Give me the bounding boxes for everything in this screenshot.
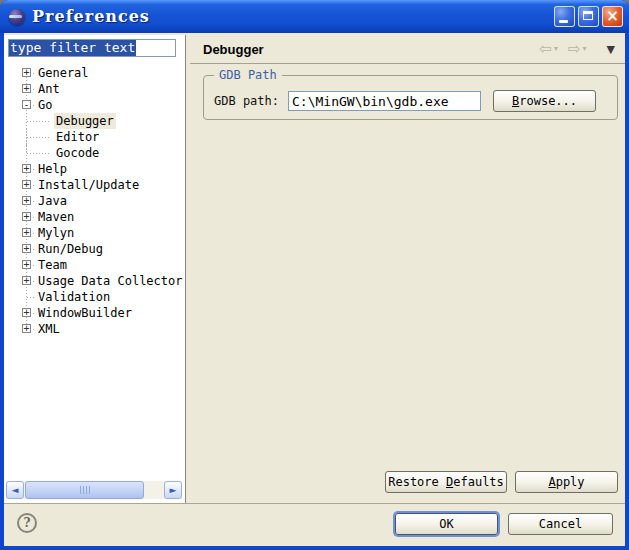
cancel-button[interactable]: Cancel (508, 513, 613, 535)
page-navigation: ⇦ ▾ ⇨ ▾ ▼ (539, 42, 615, 57)
scroll-left-icon: ◄ (12, 486, 19, 495)
tree-item-run-debug[interactable]: + Run/Debug (4, 241, 184, 257)
tree-item-label: Mylyn (36, 225, 76, 241)
tree-item-label: Editor (54, 129, 101, 145)
gdb-path-label: GDB path: (214, 94, 279, 108)
tree-expander-icon[interactable]: + (22, 84, 31, 93)
maximize-button[interactable] (578, 6, 599, 27)
window-title: Preferences (32, 7, 150, 26)
page-title: Debugger (203, 42, 264, 57)
tree-expander-icon[interactable]: + (22, 180, 31, 189)
tree-item-label: Help (36, 161, 69, 177)
browse-button[interactable]: Browse... (493, 90, 596, 112)
minimize-button[interactable] (554, 6, 575, 27)
tree-item-label: XML (36, 321, 62, 337)
maximize-icon (583, 11, 593, 20)
tree-item-windowbuilder[interactable]: + WindowBuilder (4, 305, 184, 321)
tree-item-editor[interactable]: Editor (4, 129, 184, 145)
tree-item-maven[interactable]: + Maven (4, 209, 184, 225)
dialog-buttons: OK Cancel (395, 513, 613, 535)
tree-item-label: Go (36, 97, 54, 113)
title-bar[interactable]: Preferences × (0, 0, 629, 33)
filter-input[interactable]: type filter text (8, 39, 176, 57)
dialog-button-bar: ? OK Cancel (4, 503, 625, 546)
tree-expander-icon[interactable]: + (22, 196, 31, 205)
gdb-path-group: GDB Path GDB path: Browse... (203, 75, 618, 120)
help-button[interactable]: ? (17, 513, 37, 533)
restore-defaults-button[interactable]: Restore Defaults (385, 471, 507, 493)
scroll-right-icon: ► (170, 486, 177, 495)
tree-item-label: Debugger (54, 113, 116, 129)
tree-item-general[interactable]: + General (4, 65, 184, 81)
gdb-path-input[interactable] (288, 91, 481, 111)
tree-item-label: WindowBuilder (36, 305, 134, 321)
apply-button[interactable]: Apply (515, 471, 618, 493)
tree-item-xml[interactable]: + XML (4, 321, 184, 337)
tree-item-label: Gocode (54, 145, 101, 161)
gdb-path-row: GDB path: Browse... (214, 90, 611, 112)
preferences-dialog: Preferences × type filter text + General… (0, 0, 629, 550)
tree-item-label: Run/Debug (36, 241, 105, 257)
tree-item-mylyn[interactable]: + Mylyn (4, 225, 184, 241)
tree-item-label: Team (36, 257, 69, 273)
tree-expander-icon[interactable]: + (22, 164, 31, 173)
filter-input-text: type filter text (9, 40, 136, 56)
dialog-body: type filter text + General + Ant - Go De… (4, 33, 625, 546)
tree-item-label: Maven (36, 209, 76, 225)
tree-item-ant[interactable]: + Ant (4, 81, 184, 97)
tree-expander-icon[interactable]: + (22, 68, 31, 77)
back-arrow-icon[interactable]: ⇦ (539, 42, 552, 57)
window-controls: × (554, 6, 623, 27)
view-menu-icon[interactable]: ▼ (607, 44, 615, 55)
tree-expander-icon[interactable]: + (22, 324, 31, 333)
ok-button[interactable]: OK (395, 513, 498, 535)
eclipse-app-icon (9, 9, 25, 25)
tree-item-go[interactable]: - Go (4, 97, 184, 113)
tree-item-label: Java (36, 193, 69, 209)
scroll-left-button[interactable]: ◄ (6, 481, 24, 499)
tree-item-label: General (36, 65, 91, 81)
tree-item-install-update[interactable]: + Install/Update (4, 177, 184, 193)
tree-horizontal-scrollbar[interactable]: ◄ ► (6, 481, 182, 499)
preferences-tree: + General + Ant - Go Debugger Editor Goc… (4, 65, 184, 337)
forward-dropdown-icon[interactable]: ▾ (583, 45, 587, 53)
scrollbar-thumb[interactable] (25, 481, 144, 499)
tree-expander-icon[interactable]: - (22, 100, 31, 109)
preferences-sidebar: type filter text + General + Ant - Go De… (4, 35, 186, 503)
page-buttons: Restore Defaults Apply (385, 471, 618, 493)
tree-item-team[interactable]: + Team (4, 257, 184, 273)
tree-item-usage-data-collector[interactable]: + Usage Data Collector (4, 273, 184, 289)
help-icon: ? (23, 516, 30, 530)
tree-item-label: Validation (36, 289, 112, 305)
forward-arrow-icon[interactable]: ⇨ (568, 42, 581, 57)
tree-item-debugger[interactable]: Debugger (4, 113, 184, 129)
tree-expander-icon[interactable]: + (22, 212, 31, 221)
page-header: Debugger ⇦ ▾ ⇨ ▾ ▼ (190, 35, 625, 64)
tree-item-java[interactable]: + Java (4, 193, 184, 209)
tree-item-label: Install/Update (36, 177, 141, 193)
scroll-right-button[interactable]: ► (164, 481, 182, 499)
minimize-icon (559, 20, 568, 23)
tree-item-label: Ant (36, 81, 62, 97)
back-dropdown-icon[interactable]: ▾ (554, 45, 558, 53)
tree-item-gocode[interactable]: Gocode (4, 145, 184, 161)
tree-expander-icon[interactable]: + (22, 244, 31, 253)
tree-expander-icon[interactable]: + (22, 260, 31, 269)
tree-item-validation[interactable]: Validation (4, 289, 184, 305)
tree-item-label: Usage Data Collector (36, 273, 185, 289)
close-button[interactable]: × (602, 6, 623, 27)
close-icon: × (603, 7, 622, 26)
tree-expander-icon[interactable]: + (22, 228, 31, 237)
group-title: GDB Path (214, 68, 282, 82)
preferences-page: Debugger ⇦ ▾ ⇨ ▾ ▼ GDB Path GDB path: Br… (190, 35, 625, 503)
tree-item-help[interactable]: + Help (4, 161, 184, 177)
tree-expander-icon[interactable]: + (22, 308, 31, 317)
tree-expander-icon[interactable]: + (22, 276, 31, 285)
